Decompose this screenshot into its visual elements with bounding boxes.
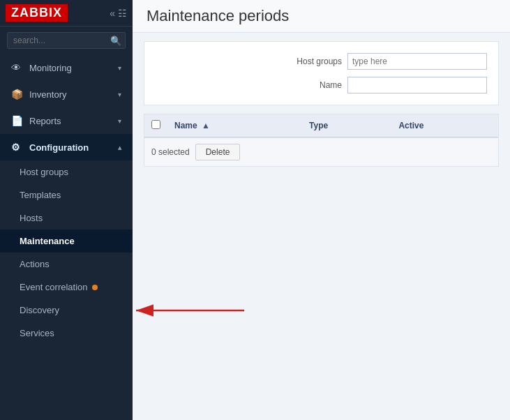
grid-icon[interactable]: ☷ xyxy=(118,8,127,19)
filter-panel: Host groups Name xyxy=(144,41,499,105)
sidebar-item-event-correlation[interactable]: Event correlation xyxy=(0,276,133,299)
type-column-header: Type xyxy=(302,114,391,137)
sidebar-item-host-groups[interactable]: Host groups xyxy=(0,160,133,183)
logo: ZABBIX xyxy=(6,4,68,22)
filter-row-host-groups: Host groups xyxy=(156,53,487,70)
sidebar-item-label: Monitoring xyxy=(29,63,118,73)
hosts-label: Hosts xyxy=(20,213,43,223)
sort-asc-icon: ▲ xyxy=(202,121,210,130)
event-correlation-label: Event correlation xyxy=(20,282,88,292)
sidebar-search-wrap: 🔍 xyxy=(0,27,133,54)
select-all-column xyxy=(144,114,167,137)
main-content: Maintenance periods Host groups Name xyxy=(133,0,510,420)
name-filter-input[interactable] xyxy=(347,77,487,93)
reports-icon: 📄 xyxy=(11,115,24,126)
content-area: Host groups Name Name ▲ xyxy=(133,33,510,420)
search-icon[interactable]: 🔍 xyxy=(110,36,121,46)
chevron-down-icon: ▾ xyxy=(118,91,121,98)
active-column-label: Active xyxy=(398,121,423,130)
filter-row-name: Name xyxy=(156,77,487,93)
sidebar-header: ZABBIX « ☷ xyxy=(0,0,133,27)
host-groups-filter-input[interactable] xyxy=(347,53,487,70)
sidebar-item-label: Configuration xyxy=(29,142,118,153)
inventory-icon: 📦 xyxy=(11,89,24,100)
dot-indicator xyxy=(92,285,98,290)
sidebar-item-label: Inventory xyxy=(29,89,118,100)
templates-label: Templates xyxy=(20,190,61,200)
sidebar-item-reports[interactable]: 📄 Reports ▾ xyxy=(0,107,133,134)
sidebar: ZABBIX « ☷ 🔍 👁 Monitoring ▾ 📦 Inventory … xyxy=(0,0,133,420)
data-table-wrap: Name ▲ Type Active 0 selected xyxy=(144,114,499,167)
name-column-header[interactable]: Name ▲ xyxy=(167,114,302,137)
sidebar-item-maintenance[interactable]: Maintenance xyxy=(0,230,133,253)
sidebar-controls: « ☷ xyxy=(110,8,127,19)
page-title: Maintenance periods xyxy=(147,7,496,25)
host-groups-label: Host groups xyxy=(20,167,68,177)
host-groups-filter-label: Host groups xyxy=(286,57,342,66)
data-table: Name ▲ Type Active xyxy=(144,114,498,137)
monitoring-icon: 👁 xyxy=(11,62,24,73)
name-filter-label: Name xyxy=(286,80,342,90)
selected-count: 0 selected xyxy=(151,147,190,157)
chevron-up-icon: ▴ xyxy=(118,144,121,151)
actions-label: Actions xyxy=(20,259,50,269)
table-header-row: Name ▲ Type Active xyxy=(144,114,498,137)
sidebar-item-monitoring[interactable]: 👁 Monitoring ▾ xyxy=(0,54,133,81)
page-header: Maintenance periods xyxy=(133,0,510,33)
sidebar-item-services[interactable]: Services xyxy=(0,322,133,345)
collapse-icon[interactable]: « xyxy=(110,8,115,19)
delete-button[interactable]: Delete xyxy=(195,144,241,160)
select-all-checkbox[interactable] xyxy=(151,120,160,129)
search-input[interactable] xyxy=(7,32,126,49)
sidebar-item-inventory[interactable]: 📦 Inventory ▾ xyxy=(0,81,133,107)
name-column-label: Name xyxy=(174,121,197,130)
active-column-header: Active xyxy=(391,114,498,137)
sidebar-item-discovery[interactable]: Discovery xyxy=(0,299,133,322)
sidebar-item-hosts[interactable]: Hosts xyxy=(0,207,133,230)
discovery-label: Discovery xyxy=(20,305,59,315)
services-label: Services xyxy=(20,328,54,338)
sidebar-item-actions[interactable]: Actions xyxy=(0,253,133,276)
chevron-down-icon: ▾ xyxy=(118,64,121,72)
maintenance-label: Maintenance xyxy=(20,236,75,246)
type-column-label: Type xyxy=(309,121,328,130)
sidebar-item-templates[interactable]: Templates xyxy=(0,183,133,207)
sidebar-item-label: Reports xyxy=(29,116,118,126)
sidebar-item-configuration[interactable]: ⚙ Configuration ▴ xyxy=(0,134,133,160)
chevron-down-icon: ▾ xyxy=(118,117,121,125)
configuration-icon: ⚙ xyxy=(11,142,24,153)
table-footer: 0 selected Delete xyxy=(144,137,498,166)
